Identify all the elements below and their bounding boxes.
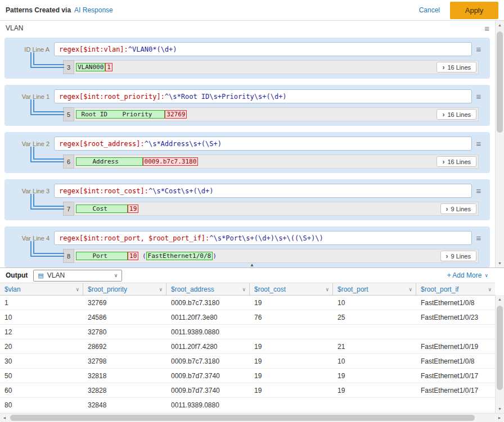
scroll-down-icon[interactable]: ▼ [496,259,504,267]
scrollbar-thumb[interactable] [10,415,475,421]
regex-input[interactable]: regex[$int:root_cost]:^\s*Cost\s+(\d+) [54,184,472,198]
pattern-match-row: 5 Root ID Priority 32769 ›16 Lines [9,107,479,121]
output-title: Output [6,271,28,279]
pattern-block: Var Line 1 regex[$int:root_priority]:^\s… [4,85,490,126]
table-cell: FastEthernet1/0/23 [416,310,495,324]
table-cell: 28692 [83,339,166,353]
pattern-menu-icon[interactable]: ≡ [472,139,485,148]
scroll-down-icon[interactable]: ▼ [496,405,504,413]
regex-variable: regex[$int:root_port, $root_port_if]: [59,234,209,242]
column-header-root-port-if[interactable]: $root_port_if∨ [416,283,495,295]
table-cell: 1 [0,296,83,310]
output-table-scrollbar[interactable]: ▲ ▼ [495,295,504,413]
horizontal-scrollbar[interactable]: ◄ ► [0,413,504,422]
regex-input[interactable]: regex[$root_address]:^\s*Address\s+(\S+) [54,137,472,151]
table-cell: 0011.20f7.4280 [166,339,250,353]
table-cell: 0011.9389.0880 [166,325,250,339]
lines-button[interactable]: ›16 Lines [436,62,476,72]
table-cell [250,398,333,412]
lines-button[interactable]: ›9 Lines [440,251,476,261]
table-cell: 19 [250,296,333,310]
match-literal: Cost [76,205,128,213]
output-table-body: 1 32769 0009.b7c7.3180 19 10 FastEtherne… [0,296,495,412]
output-table-header: $vlan∨ $root_priority∨ $root_address∨ $r… [0,283,495,296]
lines-button[interactable]: ›16 Lines [436,156,476,167]
table-cell: 0009.b7c7.3180 [166,296,250,310]
lines-count: 16 Lines [447,64,471,71]
section-menu-icon[interactable]: ≡ [484,24,489,33]
scroll-up-icon[interactable]: ▲ [496,295,504,303]
table-cell: 19 [333,383,416,397]
collapse-output-button[interactable]: ▲ [243,262,261,267]
table-cell: FastEthernet1/0/19 [416,339,495,353]
pattern-regex-row: ID Line A regex[$int:vlan]:^VLAN0*(\d+) … [9,42,485,56]
match-capture: 19 [128,205,138,213]
table-cell: 30 [0,354,83,368]
chevron-down-icon[interactable]: ∨ [488,287,492,292]
regex-input[interactable]: regex[$int:vlan]:^VLAN0*(\d+) [54,42,472,56]
table-row: 20 28692 0011.20f7.4280 19 21 FastEthern… [0,339,495,354]
output-view-dropdown[interactable]: ▤ VLAN ∨ [33,270,122,282]
pattern-match-row: 8 Port 10 (FastEthernet1/0/8) ›9 Lines [9,249,479,263]
add-more-button[interactable]: + Add More ∨ [447,271,488,279]
patterns-area: ID Line A regex[$int:vlan]:^VLAN0*(\d+) … [0,35,495,267]
pattern-block: Var Line 2 regex[$root_address]:^\s*Addr… [4,132,490,173]
chevron-down-icon[interactable]: ∨ [159,287,163,292]
output-section: ▲ Output ▤ VLAN ∨ + Add More ∨ $vlan∨ $r… [0,267,504,413]
regex-variable: regex[$int:root_cost]: [59,187,148,195]
match-capture-2: FastEthernet1/0/8 [146,252,213,260]
line-number-badge: 3 [63,60,74,74]
table-cell: 0009.b7c7.3180 [166,354,250,368]
table-cell: 19 [250,383,333,397]
selected-view-label: VLAN [47,271,65,279]
table-row: 10 24586 0011.20f7.3e80 76 25 FastEthern… [0,310,495,325]
scroll-up-icon[interactable]: ▲ [496,21,504,29]
regex-input[interactable]: regex[$int:root_priority]:^\s*Root ID\s+… [54,89,472,103]
column-header-root-port[interactable]: $root_port∨ [333,283,416,295]
table-cell: 76 [250,310,333,324]
patterns-scrollbar[interactable]: ▲ ▼ [495,21,504,267]
chevron-down-icon[interactable]: ∨ [408,287,412,292]
table-row: 80 32848 0011.9389.0880 [0,398,495,412]
table-cell [333,398,416,412]
scroll-left-icon[interactable]: ◄ [0,414,9,422]
table-cell: 24586 [83,310,166,324]
chevron-down-icon[interactable]: ∨ [242,287,246,292]
table-cell: 0011.20f7.3e80 [166,310,250,324]
pattern-menu-icon[interactable]: ≡ [472,234,485,242]
regex-input[interactable]: regex[$int:root_port, $root_port_if]:^\s… [54,231,472,245]
page-title: Patterns Created via [6,6,71,14]
pattern-regex-row: Var Line 2 regex[$root_address]:^\s*Addr… [9,137,485,151]
table-row: 30 32798 0009.b7c7.3180 19 10 FastEthern… [0,354,495,369]
table-cell: 80 [0,398,83,412]
column-header-root-address[interactable]: $root_address∨ [166,283,250,295]
pattern-menu-icon[interactable]: ≡ [472,45,485,53]
lines-count: 16 Lines [447,111,471,118]
table-cell: 19 [250,369,333,383]
column-header-vlan[interactable]: $vlan∨ [0,283,83,295]
apply-button[interactable]: Apply [450,2,498,19]
lines-button[interactable]: ›16 Lines [436,109,476,120]
scrollbar-thumb[interactable] [497,31,503,133]
chevron-down-icon[interactable]: ∨ [75,287,79,292]
table-cell: 32818 [83,369,166,383]
match-literal: Root ID Priority [76,110,165,119]
pattern-menu-icon[interactable]: ≡ [472,187,485,195]
pattern-menu-icon[interactable]: ≡ [472,92,485,101]
section-title: VLAN [6,24,23,32]
top-header: Patterns Created via AI Response Cancel … [0,0,504,21]
table-cell: 19 [333,369,416,383]
scrollbar-thumb[interactable] [497,306,503,390]
table-cell: 32798 [83,354,166,368]
lines-button[interactable]: ›9 Lines [440,203,476,214]
column-header-root-priority[interactable]: $root_priority∨ [83,283,166,295]
table-cell: FastEthernet1/0/8 [416,354,495,368]
cancel-button[interactable]: Cancel [419,6,440,14]
column-header-root-cost[interactable]: $root_cost∨ [250,283,333,295]
chevron-down-icon[interactable]: ∨ [325,287,329,292]
table-cell: 21 [333,339,416,353]
table-cell [416,325,495,339]
table-cell: 12 [0,325,83,339]
scroll-right-icon[interactable]: ► [495,414,504,422]
ai-response-link[interactable]: AI Response [74,6,113,14]
